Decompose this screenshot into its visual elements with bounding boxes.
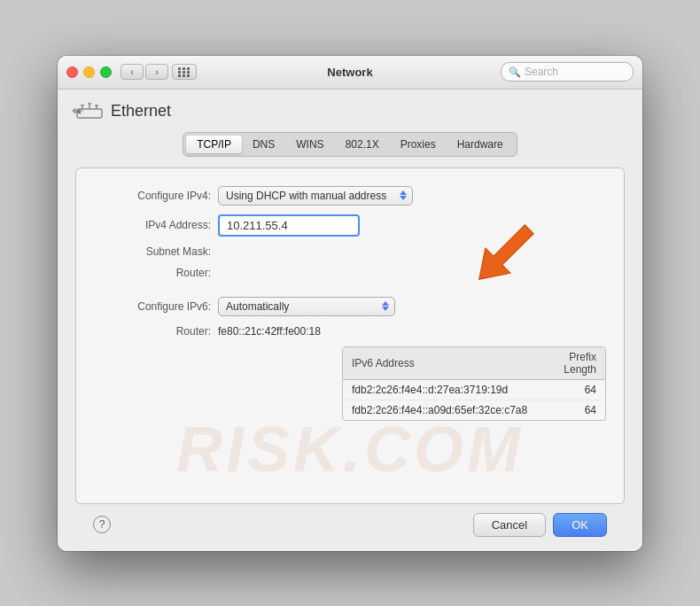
configure-ipv6-label: Configure IPv6: xyxy=(94,300,218,313)
configure-ipv4-row: Configure IPv4: Using DHCP with manual a… xyxy=(94,186,606,206)
subnet-mask-label: Subnet Mask: xyxy=(94,245,218,258)
ipv6-router-label: Router: xyxy=(94,325,218,338)
router-row: Router: xyxy=(94,267,606,279)
ipv6-router-row: Router: fe80::21c:42ff:fe00:18 xyxy=(94,325,606,338)
tab-proxies[interactable]: Proxies xyxy=(390,136,447,153)
ipv6-router-value: fe80::21c:42ff:fe00:18 xyxy=(218,325,321,338)
col-prefix-length: Prefix Length xyxy=(536,347,605,380)
table-row: fdb2:2c26:f4e4::a09d:65ef:32ce:c7a864 xyxy=(343,400,605,420)
ipv6-addresses-table: IPv6 Address Prefix Length fdb2:2c26:f4e… xyxy=(343,347,605,420)
traffic-lights xyxy=(66,66,112,78)
tabs-bar: TCP/IP DNS WINS 802.1X Proxies Hardware xyxy=(183,132,517,157)
svg-text:⇠: ⇠ xyxy=(72,103,83,118)
col-ipv6-address: IPv6 Address xyxy=(343,347,536,380)
forward-button[interactable]: › xyxy=(145,64,168,80)
nav-buttons: ‹ › xyxy=(121,64,168,80)
watermark: RISK.COM xyxy=(176,413,524,486)
ethernet-icon: ⇠ xyxy=(75,102,104,121)
content-area: ⇠ Ethernet TCP/IP DNS WINS 802.1X Proxie… xyxy=(58,89,642,551)
configure-ipv4-label: Configure IPv4: xyxy=(94,190,218,202)
search-box[interactable]: 🔍 Search xyxy=(501,62,634,82)
minimize-button[interactable] xyxy=(83,66,95,78)
ethernet-title: Ethernet xyxy=(111,102,171,120)
configure-ipv6-row: Configure IPv6: Automatically xyxy=(94,297,606,316)
table-row: fdb2:2c26:f4e4::d:27ea:3719:19d64 xyxy=(343,379,605,400)
tab-tcpip[interactable]: TCP/IP xyxy=(186,136,242,153)
cancel-button[interactable]: Cancel xyxy=(473,513,546,537)
router-label: Router: xyxy=(94,267,218,279)
maximize-button[interactable] xyxy=(100,66,112,78)
tab-dns[interactable]: DNS xyxy=(242,136,285,153)
search-placeholder: Search xyxy=(525,66,558,78)
dropdown-arrow-ipv6-icon xyxy=(382,301,389,311)
ipv6-address-cell: fdb2:2c26:f4e4::a09d:65ef:32ce:c7a8 xyxy=(343,400,536,420)
ipv6-table: IPv6 Address Prefix Length fdb2:2c26:f4e… xyxy=(342,346,606,421)
ipv6-table-row: IPv6 Address Prefix Length fdb2:2c26:f4e… xyxy=(94,346,606,421)
tab-wins[interactable]: WINS xyxy=(285,136,334,153)
configure-ipv6-dropdown[interactable]: Automatically xyxy=(218,297,395,316)
configure-ipv4-value: Using DHCP with manual address xyxy=(226,190,393,202)
configure-ipv6-value: Automatically xyxy=(226,300,375,313)
close-button[interactable] xyxy=(66,66,78,78)
ethernet-header: ⇠ Ethernet xyxy=(75,102,625,121)
help-button[interactable]: ? xyxy=(93,516,111,533)
subnet-mask-row: Subnet Mask: xyxy=(94,245,606,258)
titlebar: ‹ › Network 🔍 Search xyxy=(58,56,642,89)
grid-icon xyxy=(178,67,191,77)
window-title: Network xyxy=(327,66,372,79)
grid-button[interactable] xyxy=(172,64,197,80)
ipv6-address-cell: fdb2:2c26:f4e4::d:27ea:3719:19d xyxy=(343,379,536,400)
tab-8021x[interactable]: 802.1X xyxy=(335,136,390,153)
tab-hardware[interactable]: Hardware xyxy=(447,136,514,153)
ipv4-address-input[interactable] xyxy=(218,214,360,237)
ipv4-address-row: IPv4 Address: xyxy=(94,214,606,237)
ipv4-address-label: IPv4 Address: xyxy=(94,219,218,231)
main-window: ‹ › Network 🔍 Search xyxy=(58,56,642,551)
search-icon: 🔍 xyxy=(509,66,521,78)
configure-ipv4-dropdown[interactable]: Using DHCP with manual address xyxy=(218,186,413,206)
bottom-bar: ? Cancel OK xyxy=(75,504,625,537)
settings-panel: RISK.COM Configure IPv4: Using DHCP with… xyxy=(75,167,625,504)
prefix-length-cell: 64 xyxy=(536,379,605,400)
prefix-length-cell: 64 xyxy=(536,400,605,420)
ok-button[interactable]: OK xyxy=(553,513,607,537)
back-button[interactable]: ‹ xyxy=(121,64,144,80)
dropdown-arrow-icon xyxy=(400,190,407,200)
